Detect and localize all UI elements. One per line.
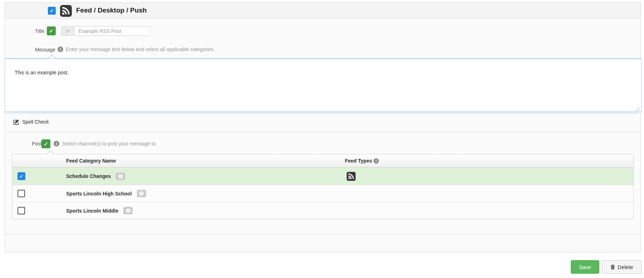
spell-check-label: Spell Check	[22, 119, 49, 125]
message-caret-notch	[48, 54, 56, 58]
check-icon: ✓	[49, 28, 54, 34]
post-to-row: Post to ✓ i Select channel(s) to post yo…	[5, 139, 640, 148]
feed-category-name: Schedule Changes	[66, 173, 111, 179]
feed-types-info-icon[interactable]: i	[373, 158, 379, 164]
feed-category-name: Sports Lincoln High School	[66, 191, 132, 197]
table-row-sports-lincoln-high-school[interactable]: Sports Lincoln High School i	[13, 185, 633, 202]
page-title: Feed / Desktop / Push	[76, 6, 147, 14]
panel-header: ✓ Feed / Desktop / Push	[5, 3, 640, 19]
check-icon: ✓	[50, 8, 54, 13]
table-header: Feed Category Name Feed Types i	[13, 154, 633, 168]
row-checkbox[interactable]: ✓	[18, 172, 25, 180]
title-input-group: ☞	[61, 26, 150, 36]
post-to-hint: Select channel(s) to post your message t…	[62, 141, 157, 147]
title-row: Title ✓ ☞	[5, 26, 640, 35]
column-feed-category-name: Feed Category Name	[66, 158, 116, 164]
message-textarea[interactable]: This is an example post.	[5, 58, 641, 112]
save-button-label: Save	[579, 264, 591, 270]
rss-icon	[60, 5, 72, 17]
table-row-sports-lincoln-middle[interactable]: Sports Lincoln Middle i	[13, 202, 633, 219]
delete-button-label: Delete	[618, 264, 633, 270]
title-label: Title	[35, 28, 44, 34]
check-icon: ✓	[44, 141, 48, 147]
info-badge[interactable]: i	[137, 190, 146, 197]
feed-categories-table: Feed Category Name Feed Types i ✓ Schedu…	[12, 154, 634, 219]
info-icon: i	[118, 174, 123, 179]
table-row-schedule-changes[interactable]: ✓ Schedule Changes i	[13, 168, 633, 185]
row-checkbox[interactable]	[18, 190, 25, 197]
rss-feed-type-icon	[347, 172, 356, 181]
feed-type-enabled-checkbox[interactable]: ✓	[48, 7, 56, 15]
check-icon: ✓	[20, 174, 24, 179]
message-label-row: Message i Enter your message text below …	[5, 46, 640, 53]
page: ✓ Feed / Desktop / Push Title ✓ ☞ Messag…	[0, 0, 644, 278]
info-icon: i	[139, 191, 144, 196]
post-to-caret-notch	[46, 150, 54, 154]
edit-icon	[13, 119, 19, 125]
panel-footer	[5, 234, 640, 252]
title-checkbox[interactable]: ✓	[47, 26, 56, 35]
message-label: Message	[35, 47, 55, 53]
info-badge[interactable]: i	[123, 207, 133, 214]
spell-check-button[interactable]: Spell Check	[13, 119, 49, 125]
title-input[interactable]	[74, 26, 150, 35]
message-panel: ✓ Feed / Desktop / Push Title ✓ ☞ Messag…	[5, 2, 641, 253]
delete-button[interactable]: Delete	[602, 260, 641, 274]
hand-pointer-icon: ☞	[61, 26, 74, 35]
info-icon: i	[126, 208, 130, 213]
info-icon: i	[54, 141, 59, 147]
message-hint: Enter your message text below and select…	[66, 46, 215, 52]
info-badge[interactable]: i	[116, 173, 125, 180]
post-to-checkbox[interactable]: ✓	[41, 139, 50, 148]
feed-category-name: Sports Lincoln Middle	[66, 208, 118, 214]
trash-icon	[610, 264, 615, 270]
row-checkbox[interactable]	[18, 207, 25, 214]
save-button[interactable]: Save	[571, 260, 599, 274]
info-icon: i	[58, 46, 63, 52]
column-feed-types: Feed Types	[345, 158, 372, 164]
spell-check-row: Spell Check	[5, 112, 640, 132]
